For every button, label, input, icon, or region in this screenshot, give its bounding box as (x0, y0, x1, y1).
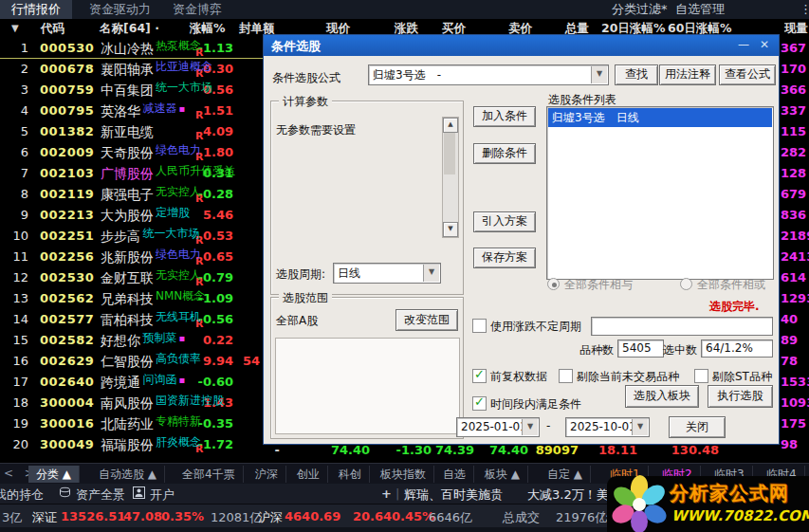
concept-tag: 定增股 (156, 205, 190, 221)
volume-now-partial: 115 (781, 124, 809, 138)
concept-tag: 高负债率 (156, 351, 201, 367)
variable-period-input[interactable] (591, 317, 773, 336)
stock-name: 广博股份 (101, 166, 154, 183)
concept-tag: 预制菜▪ (143, 330, 186, 346)
top-tab-2[interactable]: 资金博弈 (161, 0, 233, 19)
add-panel-icon[interactable]: + (381, 486, 392, 501)
close-button[interactable]: 关闭 (669, 416, 726, 438)
calc-params-group: 计算参数 无参数需要设置 ▲ ▼ 选股周期: 日线 ▼ (270, 101, 464, 295)
bottom-tab-3[interactable]: 沪深 (248, 466, 286, 483)
top-tab-0[interactable]: 行情报价 (0, 0, 72, 19)
change-range-button[interactable]: 改变范围 (395, 309, 458, 331)
bottom-tab-6[interactable]: 板块指数 (373, 466, 434, 483)
bottom-tab-5[interactable]: 科创 (331, 466, 370, 483)
save-plan-button[interactable]: 保存方案 (473, 248, 536, 268)
bottom-tab-8[interactable]: 板块 ▲ (477, 466, 528, 483)
concept-tag: 绿色电力 (156, 142, 201, 158)
row-number: 8 (6, 187, 28, 201)
pct-change: 4.09 (176, 124, 233, 138)
date-from-combobox[interactable]: 2025-01-01 ▼ (456, 417, 540, 437)
stock-name: 天奇股份 (101, 145, 154, 162)
news-ticker[interactable]: 辉瑞、百时美施贵 (404, 486, 503, 504)
status-left-partial: 3亿 (2, 509, 22, 526)
status-hs-vol: 6646亿 (429, 509, 472, 526)
asset-overview-link[interactable]: 资产全景 (76, 486, 125, 504)
volume-now-partial: 1093 (781, 395, 809, 410)
row-number: 16 (6, 354, 28, 368)
dropdown-arrow-icon[interactable]: ▼ (632, 419, 648, 435)
minimize-icon[interactable]: — (735, 38, 752, 53)
stock-code: 002577 (40, 312, 94, 326)
close-icon[interactable]: ✕ (756, 38, 773, 53)
concept-tag: 人民币升值受益 (156, 163, 235, 179)
date-to-combobox[interactable]: 2025-10-01 ▼ (565, 417, 650, 437)
column-header[interactable]: 代码 (41, 21, 64, 37)
stock-code: 300004 (40, 395, 94, 410)
dropdown-arrow-icon[interactable]: ▼ (522, 419, 538, 435)
stock-code: 000759 (40, 83, 94, 97)
more-menu-icon[interactable]: ⋮ (800, 0, 809, 19)
view-formula-button[interactable]: 查看公式 (719, 64, 776, 85)
range-value: 全部A股 (276, 313, 318, 329)
selected-count-label: 选中数 (663, 342, 697, 358)
column-header[interactable]: 名称[64] · (100, 21, 159, 37)
row-number: 7 (6, 166, 28, 180)
bottom-tab-9[interactable]: 自定 ▲ (540, 466, 591, 483)
dropdown-arrow-icon[interactable]: ▼ (423, 265, 439, 282)
menu-category-filter[interactable]: 分类过滤* (612, 0, 668, 19)
bottom-tab-1[interactable]: 自动选股 ▲ (91, 466, 165, 483)
scroll-up-icon[interactable]: ▲ (443, 118, 458, 133)
menu-watchlist-manage[interactable]: 自选管理 (675, 0, 725, 19)
watermark: 分析家公式网 WWW.70822.COM (607, 476, 809, 532)
row-number: 3 (6, 83, 28, 97)
scroll-down-icon[interactable]: ▼ (443, 222, 458, 237)
stock-name: 兄弟科技 (101, 291, 154, 308)
volume-now-partial: 614 (781, 270, 809, 284)
execute-pick-button[interactable]: 执行选股 (708, 385, 773, 408)
stock-code: 002213 (40, 208, 94, 222)
scroll-thumb[interactable] (444, 133, 455, 174)
usage-note-button[interactable]: 用法注释 (659, 64, 716, 85)
add-condition-button[interactable]: 加入条件 (473, 106, 536, 127)
find-button[interactable]: 查找 (615, 64, 658, 85)
delete-condition-button[interactable]: 删除条件 (473, 143, 536, 164)
params-scrollbar[interactable]: ▲ ▼ (442, 117, 459, 238)
bottom-tab-4[interactable]: 创业 (289, 466, 328, 483)
stock-code: 001382 (40, 124, 94, 138)
my-holdings-link[interactable]: 我的持仓 (0, 486, 44, 504)
formula-combobox[interactable]: 归墟3号选 - ▼ (368, 64, 609, 85)
stock-code: 002251 (40, 229, 94, 243)
import-plan-button[interactable]: 引入方案 (473, 211, 536, 232)
checkbox-icon: ✓ (472, 396, 487, 411)
bottom-tab-0[interactable]: 分类 ▲ (28, 466, 80, 483)
open-account-link[interactable]: 开户 (150, 486, 175, 504)
stock-name: 新亚电缆 (101, 124, 154, 141)
top-tab-1[interactable]: 资金驱动力 (78, 0, 162, 19)
status-hs-label: 沪深 (258, 509, 283, 526)
condition-list-item[interactable]: 归墟3号选 日线 (548, 108, 772, 127)
formula-value: 归墟3号选 - (373, 67, 441, 83)
sort-icon[interactable]: ▼ (11, 23, 19, 33)
bottom-tab-2[interactable]: 全部4千票 (175, 466, 244, 483)
stock-code: 002629 (40, 354, 94, 368)
volume-now-partial: 89 (781, 333, 809, 347)
concept-tag: 问询函▪ (143, 372, 186, 388)
dialog-titlebar[interactable]: 条件选股 — ✕ (264, 35, 779, 56)
formula-label: 条件选股公式 (272, 70, 340, 86)
bottom-tab-7[interactable]: 自选 (435, 466, 474, 483)
stock-name: 金财互联 (101, 270, 154, 287)
stock-name: 步步高 (101, 229, 140, 246)
volume-now-partial: 282 (781, 145, 809, 159)
pick-to-block-button[interactable]: 选股入板块 (625, 385, 699, 408)
stock-name: 仁智股份 (101, 354, 154, 371)
dialog-title: 条件选股 (271, 38, 321, 55)
dropdown-arrow-icon[interactable]: ▼ (591, 66, 607, 83)
stock-name: 好想你 (101, 333, 140, 350)
condition-listbox[interactable]: 归墟3号选 日线 (546, 106, 774, 280)
column-header[interactable]: 现量 (784, 21, 809, 37)
watermark-url: WWW.70822.COM (671, 507, 809, 524)
radio-icon (547, 278, 560, 290)
period-combobox[interactable]: 日线 ▼ (333, 263, 441, 284)
volume-now-partial: 128 (781, 166, 809, 180)
column-header[interactable]: 涨幅% (190, 21, 226, 37)
